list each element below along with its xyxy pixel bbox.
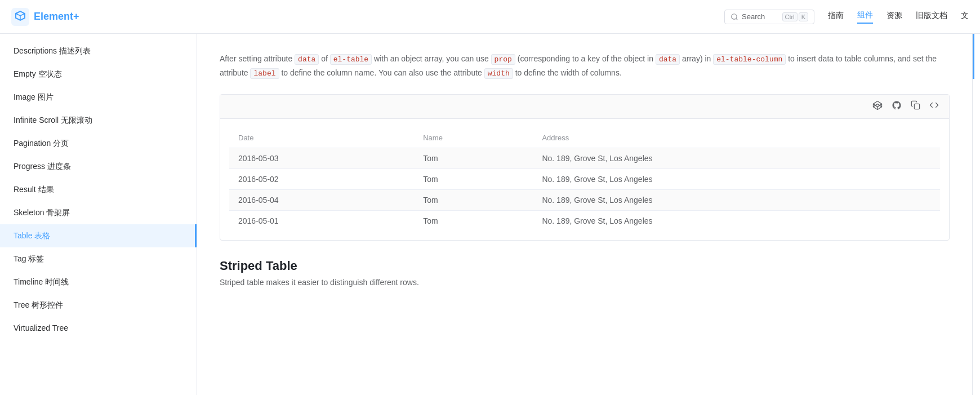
nav-link-lang[interactable]: 文 xyxy=(961,11,969,23)
svg-point-1 xyxy=(732,14,737,19)
sidebar-item-tree[interactable]: Tree 树形控件 xyxy=(0,294,197,317)
table-row: 2016-05-01 Tom No. 189, Grove St, Los An… xyxy=(229,210,940,231)
desc-code-width: width xyxy=(484,68,513,79)
main-layout: Descriptions 描述列表 Empty 空状态 Image 图片 Inf… xyxy=(0,34,980,395)
desc-text-of: of xyxy=(321,54,328,63)
content-area: After setting attribute data of el-table… xyxy=(197,34,972,395)
nav-right: Search Ctrl K 指南 组件 资源 旧版文档 文 xyxy=(724,10,969,24)
codepen-button[interactable] xyxy=(871,99,884,114)
cell-address: No. 189, Grove St, Los Angeles xyxy=(533,148,940,168)
sidebar-item-image[interactable]: Image 图片 xyxy=(0,86,197,109)
cell-name: Tom xyxy=(414,210,533,231)
sidebar-item-descriptions[interactable]: Descriptions 描述列表 xyxy=(0,39,197,63)
demo-box: Date Name Address 2016-05-03 Tom No. 189… xyxy=(220,94,950,241)
code-toggle-button[interactable] xyxy=(928,99,940,113)
desc-text-before: After setting attribute xyxy=(220,54,292,63)
nav-link-components[interactable]: 组件 xyxy=(857,10,873,24)
striped-table-title: Striped Table xyxy=(220,259,950,273)
cell-name: Tom xyxy=(414,168,533,189)
ctrl-key: Ctrl xyxy=(782,12,798,21)
copy-button[interactable] xyxy=(910,99,921,113)
search-box[interactable]: Search Ctrl K xyxy=(724,10,814,24)
desc-text-array: array) in xyxy=(682,54,713,63)
table-row: 2016-05-02 Tom No. 189, Grove St, Los An… xyxy=(229,168,940,189)
desc-code-label: label xyxy=(250,68,279,79)
sidebar-item-infinite-scroll[interactable]: Infinite Scroll 无限滚动 xyxy=(0,109,197,132)
desc-code-eltable: el-table xyxy=(330,54,372,65)
table-head: Date Name Address xyxy=(229,128,940,148)
desc-text-middle: with an object array, you can use xyxy=(374,54,489,63)
desc-code-data: data xyxy=(295,54,319,65)
desc-text-define: to define the column name. You can also … xyxy=(281,68,484,77)
logo-area[interactable]: Element+ xyxy=(11,8,79,26)
desc-text-end: to define the width of columns. xyxy=(515,68,622,77)
sidebar-item-pagination[interactable]: Pagination 分页 xyxy=(0,132,197,155)
cell-date: 2016-05-03 xyxy=(229,148,414,168)
github-icon xyxy=(892,100,902,110)
k-key: K xyxy=(799,12,808,21)
table-body: 2016-05-03 Tom No. 189, Grove St, Los An… xyxy=(229,148,940,231)
codepen-icon xyxy=(872,100,883,110)
sidebar: Descriptions 描述列表 Empty 空状态 Image 图片 Inf… xyxy=(0,34,197,395)
code-icon xyxy=(929,100,939,110)
svg-rect-6 xyxy=(914,104,919,109)
cell-address: No. 189, Grove St, Los Angeles xyxy=(533,168,940,189)
right-panel xyxy=(972,34,980,395)
desc-code-eltablecolumn: el-table-column xyxy=(713,54,786,65)
copy-icon xyxy=(911,100,920,110)
col-header-date: Date xyxy=(229,128,414,148)
striped-table-desc: Striped table makes it easier to disting… xyxy=(220,278,950,287)
sidebar-item-timeline[interactable]: Timeline 时间线 xyxy=(0,270,197,294)
sidebar-item-table[interactable]: Table 表格 xyxy=(0,224,197,247)
right-panel-indicator xyxy=(973,34,974,79)
desc-code-prop: prop xyxy=(491,54,515,65)
nav-link-legacy[interactable]: 旧版文档 xyxy=(916,11,947,23)
sidebar-item-skeleton[interactable]: Skeleton 骨架屏 xyxy=(0,201,197,224)
cell-name: Tom xyxy=(414,148,533,168)
cell-address: No. 189, Grove St, Los Angeles xyxy=(533,210,940,231)
cell-address: No. 189, Grove St, Los Angeles xyxy=(533,189,940,210)
cell-date: 2016-05-04 xyxy=(229,189,414,210)
sidebar-item-tag[interactable]: Tag 标签 xyxy=(0,247,197,270)
search-icon xyxy=(730,13,738,21)
desc-code-data2: data xyxy=(656,54,680,65)
description-paragraph: After setting attribute data of el-table… xyxy=(220,52,950,81)
table-row: 2016-05-03 Tom No. 189, Grove St, Los An… xyxy=(229,148,940,168)
basic-table: Date Name Address 2016-05-03 Tom No. 189… xyxy=(229,128,940,231)
element-logo-icon xyxy=(11,8,29,26)
sidebar-item-empty[interactable]: Empty 空状态 xyxy=(0,63,197,86)
table-row: 2016-05-04 Tom No. 189, Grove St, Los An… xyxy=(229,189,940,210)
demo-toolbar xyxy=(220,95,949,119)
cell-date: 2016-05-02 xyxy=(229,168,414,189)
sidebar-item-progress[interactable]: Progress 进度条 xyxy=(0,155,197,178)
sidebar-item-result[interactable]: Result 结果 xyxy=(0,178,197,201)
top-navigation: Element+ Search Ctrl K 指南 组件 资源 旧版文档 文 xyxy=(0,0,980,34)
search-keyboard-shortcut: Ctrl K xyxy=(782,12,808,21)
col-header-address: Address xyxy=(533,128,940,148)
github-button[interactable] xyxy=(890,99,903,114)
col-header-name: Name xyxy=(414,128,533,148)
desc-text-paren: (corresponding to a key of the object in xyxy=(518,54,656,63)
nav-link-guide[interactable]: 指南 xyxy=(828,11,844,23)
table-header-row: Date Name Address xyxy=(229,128,940,148)
cell-date: 2016-05-01 xyxy=(229,210,414,231)
demo-table-wrapper: Date Name Address 2016-05-03 Tom No. 189… xyxy=(220,119,949,240)
nav-link-resources[interactable]: 资源 xyxy=(887,11,902,23)
search-label: Search xyxy=(742,12,765,21)
logo-text: Element+ xyxy=(34,11,79,23)
sidebar-item-virtualized-tree[interactable]: Virtualized Tree xyxy=(0,317,197,340)
cell-name: Tom xyxy=(414,189,533,210)
